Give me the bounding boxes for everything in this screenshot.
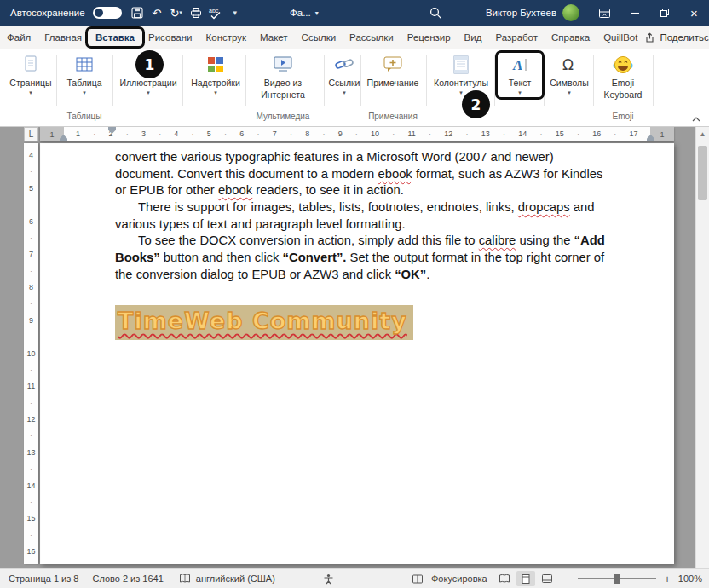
links-button[interactable]: Ссылки ▾ — [327, 54, 361, 95]
comment-button[interactable]: Примечание — [363, 54, 423, 88]
tab-quillbot[interactable]: QuillBot — [597, 26, 644, 49]
spelling-icon[interactable]: abc — [207, 3, 224, 22]
account-area[interactable]: Виктор Бухтеев — [486, 0, 579, 26]
avatar[interactable] — [562, 4, 579, 21]
word-count[interactable]: Слово 2 из 1641 — [92, 574, 163, 584]
tab-insert[interactable]: Вставка 1 — [89, 26, 141, 49]
table-button[interactable]: Таблица ▾ — [61, 54, 107, 95]
window-controls: × — [590, 0, 709, 26]
ruler-number: 11 — [408, 130, 416, 138]
text-button[interactable]: A Текст ▾ 2 — [501, 54, 539, 95]
maximize-button[interactable] — [649, 0, 679, 26]
tab-draw[interactable]: Рисовани — [141, 26, 199, 49]
wordart-highlight[interactable]: TimeWeb Community — [115, 305, 413, 340]
vertical-ruler[interactable]: 4·5·6·7·8·9·10·11·12·13·14·15·16 — [24, 143, 38, 564]
close-button[interactable]: × — [679, 0, 709, 26]
ruler-number: 4 — [29, 152, 33, 159]
pages-button[interactable]: Страницы ▾ — [7, 54, 55, 95]
chevron-down-icon: ▾ — [147, 89, 150, 95]
search-icon[interactable] — [429, 6, 442, 20]
proofing-icon[interactable] — [179, 573, 191, 585]
tab-developer[interactable]: Разработ — [488, 26, 545, 49]
table-icon — [73, 54, 95, 76]
wordart-text[interactable]: TimeWeb Community — [118, 308, 407, 334]
print-icon[interactable] — [187, 3, 205, 22]
ruler-number: 6 — [239, 130, 244, 138]
vertical-scrollbar[interactable]: ▲ — [695, 127, 709, 569]
ribbon: Страницы ▾ Таблица ▾ Таблицы Иллюстрации… — [0, 49, 709, 127]
emoji-keyboard-button[interactable]: Emoji Keyboard — [597, 54, 649, 100]
ruler-tick: · — [30, 300, 32, 308]
collapse-ribbon-icon[interactable] — [691, 116, 701, 123]
scroll-up-icon[interactable]: ▲ — [696, 130, 709, 138]
minimize-button[interactable] — [620, 0, 649, 26]
ruler-tick: · — [30, 168, 32, 176]
zoom-slider-thumb[interactable] — [614, 574, 620, 584]
ruler-tick: · — [614, 130, 616, 138]
header-footer-label: Колонтитулы — [434, 78, 488, 88]
misspelled-word: ebook — [218, 183, 252, 197]
online-video-button[interactable]: Видео из Интернета — [249, 54, 317, 100]
symbols-button[interactable]: Ω Символы ▾ — [547, 54, 591, 95]
tab-view[interactable]: Вид — [458, 26, 489, 49]
tab-references[interactable]: Ссылки — [295, 26, 343, 49]
zoom-slider[interactable] — [578, 578, 656, 579]
tab-file[interactable]: Файл — [0, 26, 37, 49]
document-title[interactable]: Фа... ▾ — [290, 0, 319, 26]
print-layout-button[interactable] — [516, 571, 535, 586]
zoom-out-button[interactable]: − — [564, 574, 571, 585]
ruler-number: 7 — [273, 130, 277, 138]
misspelled-word: calibre — [479, 233, 516, 247]
ribbon-tab-row: Файл Главная Вставка 1 Рисовани Конструк… — [0, 26, 709, 49]
undo-icon[interactable]: ↶ — [148, 3, 165, 22]
tab-design[interactable]: Конструк — [199, 26, 254, 49]
share-button[interactable]: Поделиться — [644, 32, 709, 43]
save-icon[interactable] — [129, 3, 146, 22]
tab-home[interactable]: Главная — [37, 26, 89, 49]
accessibility-icon[interactable] — [323, 574, 334, 585]
pages-icon — [20, 54, 42, 76]
autosave-toggle[interactable] — [93, 7, 122, 19]
misspelled-word: dropcaps — [518, 200, 570, 214]
zoom-level[interactable]: 100% — [678, 574, 702, 584]
scrollbar-thumb[interactable] — [698, 146, 707, 200]
tab-layout[interactable]: Макет — [253, 26, 295, 49]
ruler-tick: · — [466, 130, 469, 138]
tab-stop-selector[interactable]: L — [24, 127, 38, 141]
horizontal-ruler[interactable]: 1 1·2·3·4·5·6·7·8·9·10·11·12·13·14·15·16… — [40, 127, 674, 141]
svg-text:abc: abc — [209, 8, 219, 14]
horizontal-ruler-numbers: 1·2·3·4·5·6·7·8·9·10·11·12·13·14·15·16·1… — [64, 127, 650, 141]
chevron-down-icon: ▾ — [214, 89, 217, 95]
ruler-tick: · — [30, 234, 32, 242]
document-page[interactable]: convert the various typographic features… — [40, 143, 674, 564]
zoom-in-button[interactable]: + — [664, 574, 671, 585]
ruler-tick: · — [30, 532, 32, 539]
ruler-number: 15 — [26, 515, 35, 522]
symbols-icon: Ω — [558, 54, 580, 76]
page-count[interactable]: Страница 1 из 8 — [9, 574, 78, 584]
focus-icon[interactable] — [412, 574, 424, 585]
addins-button[interactable]: Надстройки ▾ — [188, 54, 243, 95]
document-text[interactable]: convert the various typographic features… — [40, 143, 674, 340]
ruler-number: 4 — [174, 130, 178, 138]
focus-mode-button[interactable]: Фокусировка — [431, 574, 487, 584]
ruler-tick: · — [30, 201, 32, 209]
ruler-number: 14 — [518, 130, 527, 138]
ruler-number: 13 — [481, 130, 490, 138]
ribbon-display-options-icon[interactable] — [590, 0, 620, 26]
read-mode-button[interactable] — [495, 571, 514, 586]
header-footer-button[interactable]: Колонтитулы ▾ — [431, 54, 491, 95]
tab-help[interactable]: Справка — [545, 26, 597, 49]
redo-icon[interactable]: ↻▾ — [168, 3, 185, 22]
ruler-tick: · — [159, 130, 161, 138]
addins-label: Надстройки — [191, 78, 240, 88]
comment-icon — [382, 54, 404, 76]
web-layout-button[interactable] — [538, 571, 556, 586]
header-footer-icon — [450, 54, 472, 76]
tab-mailings[interactable]: Рассылки — [343, 26, 401, 49]
tab-review[interactable]: Рецензир — [401, 26, 458, 49]
language-indicator[interactable]: английский (США) — [196, 574, 275, 584]
emoji-label-2: Keyboard — [604, 89, 643, 100]
customize-qat-icon[interactable]: ▾ — [227, 3, 244, 22]
ruler-tick: · — [539, 130, 542, 138]
